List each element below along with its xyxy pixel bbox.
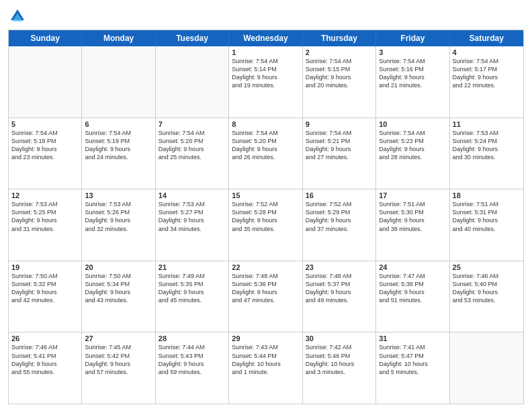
- cell-info-line: Daylight: 9 hours: [306, 288, 373, 296]
- cell-info-line: and 31 minutes.: [11, 225, 79, 233]
- day-number: 20: [85, 263, 152, 271]
- day-number: 18: [453, 191, 521, 199]
- cell-info-line: Daylight: 9 hours: [11, 145, 79, 153]
- calendar-cell: 7Sunrise: 7:54 AMSunset: 5:20 PMDaylight…: [156, 118, 229, 189]
- cell-info-line: and 35 minutes.: [232, 225, 299, 233]
- calendar-cell: 19Sunrise: 7:50 AMSunset: 5:32 PMDayligh…: [9, 261, 82, 332]
- calendar-cell: 1Sunrise: 7:54 AMSunset: 5:14 PMDaylight…: [229, 46, 302, 118]
- cell-info-line: Daylight: 9 hours: [379, 145, 446, 153]
- day-number: 8: [232, 120, 299, 128]
- cell-info-line: and 30 minutes.: [453, 153, 521, 161]
- cell-info-line: Sunset: 5:21 PM: [306, 137, 373, 145]
- calendar-cell: 4Sunrise: 7:54 AMSunset: 5:17 PMDaylight…: [450, 46, 523, 118]
- cell-info-line: Sunrise: 7:54 AM: [453, 57, 521, 65]
- cell-info-line: Sunrise: 7:45 AM: [85, 343, 152, 351]
- cell-info-line: and 42 minutes.: [11, 296, 79, 304]
- cell-info-line: Daylight: 9 hours: [232, 73, 299, 81]
- calendar-week-2: 5Sunrise: 7:54 AMSunset: 5:18 PMDaylight…: [9, 118, 523, 190]
- day-number: 10: [379, 120, 446, 128]
- cell-info-line: Daylight: 9 hours: [453, 73, 521, 81]
- cell-info-line: Sunset: 5:26 PM: [85, 208, 152, 216]
- cell-info-line: and 24 minutes.: [85, 153, 152, 161]
- cell-info-line: Sunset: 5:24 PM: [453, 137, 521, 145]
- calendar-cell: 17Sunrise: 7:51 AMSunset: 5:30 PMDayligh…: [376, 189, 449, 261]
- cell-info-line: Sunrise: 7:46 AM: [453, 272, 521, 280]
- cell-info-line: Sunset: 5:43 PM: [159, 352, 226, 360]
- day-number: 30: [306, 334, 373, 342]
- calendar-cell: 20Sunrise: 7:50 AMSunset: 5:34 PMDayligh…: [82, 261, 155, 332]
- cell-info-line: Sunrise: 7:54 AM: [232, 57, 299, 65]
- cell-info-line: Daylight: 10 hours: [306, 360, 373, 368]
- cell-info-line: Sunrise: 7:47 AM: [379, 272, 446, 280]
- day-number: 28: [159, 334, 226, 342]
- cell-info-line: Sunrise: 7:54 AM: [306, 57, 373, 65]
- day-number: 11: [453, 120, 521, 128]
- cell-info-line: Daylight: 9 hours: [379, 73, 446, 81]
- cell-info-line: Daylight: 9 hours: [306, 216, 373, 224]
- page: SundayMondayTuesdayWednesdayThursdayFrid…: [0, 0, 532, 411]
- day-number: 22: [232, 263, 299, 271]
- day-number: 21: [159, 263, 226, 271]
- day-number: 2: [306, 48, 373, 56]
- calendar-header-sunday: Sunday: [9, 30, 82, 46]
- cell-info-line: Daylight: 9 hours: [159, 288, 226, 296]
- cell-info-line: Sunset: 5:23 PM: [379, 137, 446, 145]
- cell-info-line: Daylight: 9 hours: [85, 216, 152, 224]
- cell-info-line: Sunrise: 7:50 AM: [85, 272, 152, 280]
- cell-info-line: Sunset: 5:28 PM: [232, 208, 299, 216]
- cell-info-line: Sunrise: 7:52 AM: [306, 200, 373, 208]
- cell-info-line: Sunset: 5:27 PM: [159, 208, 226, 216]
- cell-info-line: Sunrise: 7:43 AM: [232, 343, 299, 351]
- calendar-cell: 18Sunrise: 7:51 AMSunset: 5:31 PMDayligh…: [450, 189, 523, 261]
- calendar-header-row: SundayMondayTuesdayWednesdayThursdayFrid…: [9, 30, 523, 46]
- cell-info-line: and 45 minutes.: [159, 296, 226, 304]
- calendar-cell: 28Sunrise: 7:44 AMSunset: 5:43 PMDayligh…: [156, 332, 229, 404]
- cell-info-line: Sunrise: 7:53 AM: [85, 200, 152, 208]
- cell-info-line: and 1 minute.: [232, 368, 299, 376]
- calendar-cell: 9Sunrise: 7:54 AMSunset: 5:21 PMDaylight…: [303, 118, 376, 189]
- cell-info-line: Sunrise: 7:53 AM: [11, 200, 79, 208]
- cell-info-line: and 21 minutes.: [379, 81, 446, 89]
- cell-info-line: Sunrise: 7:48 AM: [306, 272, 373, 280]
- cell-info-line: Daylight: 9 hours: [453, 216, 521, 224]
- cell-info-line: Sunrise: 7:51 AM: [453, 200, 521, 208]
- cell-info-line: and 53 minutes.: [453, 296, 521, 304]
- cell-info-line: Daylight: 10 hours: [379, 360, 446, 368]
- calendar-cell: 5Sunrise: 7:54 AMSunset: 5:18 PMDaylight…: [9, 118, 82, 189]
- calendar-cell: 12Sunrise: 7:53 AMSunset: 5:25 PMDayligh…: [9, 189, 82, 261]
- cell-info-line: Sunset: 5:30 PM: [379, 208, 446, 216]
- cell-info-line: Sunset: 5:15 PM: [306, 65, 373, 73]
- cell-info-line: and 38 minutes.: [379, 225, 446, 233]
- cell-info-line: Sunset: 5:25 PM: [11, 208, 79, 216]
- cell-info-line: Daylight: 9 hours: [159, 216, 226, 224]
- day-number: 12: [11, 191, 79, 199]
- cell-info-line: Sunset: 5:35 PM: [159, 280, 226, 288]
- day-number: 27: [85, 334, 152, 342]
- cell-info-line: and 22 minutes.: [453, 81, 521, 89]
- calendar-cell: 11Sunrise: 7:53 AMSunset: 5:24 PMDayligh…: [450, 118, 523, 189]
- calendar-cell: [82, 46, 155, 118]
- calendar-cell: 10Sunrise: 7:54 AMSunset: 5:23 PMDayligh…: [376, 118, 449, 189]
- logo: [8, 7, 30, 26]
- day-number: 7: [159, 120, 226, 128]
- cell-info-line: Sunrise: 7:51 AM: [379, 200, 446, 208]
- cell-info-line: Sunrise: 7:54 AM: [306, 129, 373, 137]
- calendar-cell: 23Sunrise: 7:48 AMSunset: 5:37 PMDayligh…: [303, 261, 376, 332]
- cell-info-line: Daylight: 10 hours: [232, 360, 299, 368]
- cell-info-line: Daylight: 9 hours: [159, 360, 226, 368]
- day-number: 13: [85, 191, 152, 199]
- cell-info-line: Sunrise: 7:54 AM: [232, 129, 299, 137]
- calendar-cell: 27Sunrise: 7:45 AMSunset: 5:42 PMDayligh…: [82, 332, 155, 404]
- cell-info-line: Sunrise: 7:54 AM: [11, 129, 79, 137]
- cell-info-line: Sunrise: 7:48 AM: [232, 272, 299, 280]
- day-number: 24: [379, 263, 446, 271]
- cell-info-line: Sunset: 5:44 PM: [232, 352, 299, 360]
- cell-info-line: Sunset: 5:18 PM: [11, 137, 79, 145]
- day-number: 25: [453, 263, 521, 271]
- calendar-cell: 29Sunrise: 7:43 AMSunset: 5:44 PMDayligh…: [229, 332, 302, 404]
- calendar-week-4: 19Sunrise: 7:50 AMSunset: 5:32 PMDayligh…: [9, 261, 523, 333]
- cell-info-line: and 57 minutes.: [85, 368, 152, 376]
- calendar-cell: 8Sunrise: 7:54 AMSunset: 5:20 PMDaylight…: [229, 118, 302, 189]
- day-number: 6: [85, 120, 152, 128]
- calendar-cell: [9, 46, 82, 118]
